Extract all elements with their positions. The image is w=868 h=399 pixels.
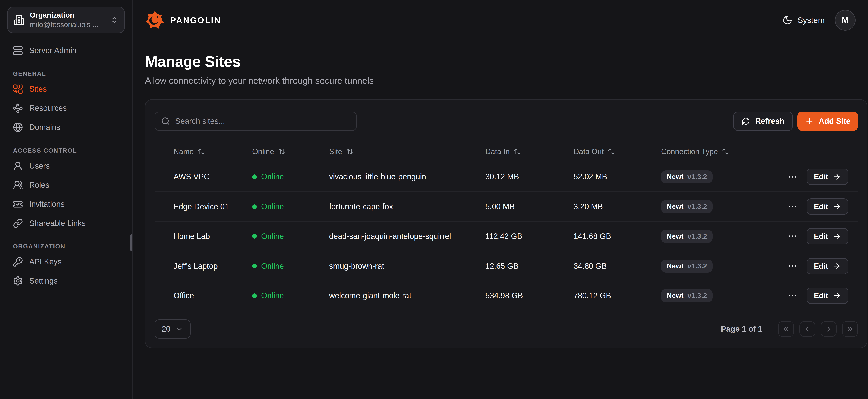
sites-card: Refresh Add Site Name <box>145 99 867 348</box>
arrow-right-icon <box>833 232 841 241</box>
sidebar-section: ORGANIZATION API Keys <box>7 243 125 290</box>
add-site-button[interactable]: Add Site <box>797 112 858 131</box>
sidebar-item[interactable]: Users <box>7 156 125 176</box>
sidebar-item-label: Sites <box>29 85 47 94</box>
column-header[interactable]: Online <box>252 147 329 156</box>
connection-version: v1.3.2 <box>687 173 707 181</box>
globe-icon <box>13 122 23 132</box>
chevrons-up-down-icon <box>110 16 119 24</box>
site-data-in: 5.00 MB <box>485 202 574 211</box>
sort-icon <box>722 148 729 155</box>
site-data-in: 30.12 MB <box>485 172 574 181</box>
refresh-icon <box>742 117 750 126</box>
search-icon <box>161 117 170 126</box>
column-header[interactable]: Data In <box>485 147 574 156</box>
sidebar-scrollbar-thumb[interactable] <box>130 234 132 251</box>
sidebar-item-label: Server Admin <box>29 46 76 55</box>
edit-button[interactable]: Edit <box>807 287 848 304</box>
edit-button[interactable]: Edit <box>807 258 848 274</box>
theme-label: System <box>798 16 825 25</box>
sort-icon <box>514 148 521 155</box>
connection-version: v1.3.2 <box>687 232 707 241</box>
org-selector-value: milo@fossorial.io's ... <box>30 20 105 30</box>
sidebar-item[interactable]: API Keys <box>7 252 125 271</box>
org-selector[interactable]: Organization milo@fossorial.io's ... <box>7 7 125 33</box>
edit-button[interactable]: Edit <box>807 168 848 185</box>
site-connection-type: Newt v1.3.2 <box>661 230 773 243</box>
sidebar-item-label: Shareable Links <box>29 219 86 228</box>
site-data-out: 780.12 GB <box>574 291 661 300</box>
row-menu-button[interactable] <box>787 172 798 182</box>
connection-type-badge: Newt v1.3.2 <box>661 200 712 213</box>
site-name: Edge Device 01 <box>174 202 252 211</box>
table-row: AWS VPC Online vivacious-little-blue-pen… <box>155 162 858 191</box>
site-tunnel-name: smug-brown-rat <box>329 262 485 271</box>
edit-button[interactable]: Edit <box>807 198 848 215</box>
sidebar-section: GENERAL Sites Resou <box>7 70 125 137</box>
site-tunnel-name: dead-san-joaquin-antelope-squirrel <box>329 232 485 241</box>
site-name: AWS VPC <box>174 172 252 181</box>
sidebar-item-label: Users <box>29 161 50 171</box>
refresh-button[interactable]: Refresh <box>733 112 793 131</box>
online-dot-icon <box>252 204 257 209</box>
chevrons-right-icon <box>846 325 854 333</box>
row-menu-button[interactable] <box>787 202 798 212</box>
column-header[interactable]: Data Out <box>574 147 661 156</box>
column-header[interactable]: Connection Type <box>661 147 773 156</box>
row-menu-button[interactable] <box>787 231 798 241</box>
resources-icon <box>13 103 23 113</box>
ellipsis-icon <box>787 202 798 212</box>
site-status: Online <box>252 291 329 300</box>
table-row: Jeff's Laptop Online smug-brown-rat 12.6… <box>155 251 858 281</box>
last-page-button[interactable] <box>842 321 858 337</box>
sidebar-item[interactable]: Sites <box>7 80 125 99</box>
sidebar-item[interactable]: Resources <box>7 99 125 118</box>
sidebar-item[interactable]: Roles <box>7 176 125 195</box>
building-icon <box>13 14 25 26</box>
next-page-button[interactable] <box>821 321 837 337</box>
ellipsis-icon <box>787 261 798 271</box>
ellipsis-icon <box>787 231 798 241</box>
previous-page-button[interactable] <box>799 321 815 337</box>
sidebar-item[interactable]: Shareable Links <box>7 214 125 233</box>
sidebar-item[interactable]: Invitations <box>7 195 125 214</box>
sidebar-item-label: Resources <box>29 104 67 113</box>
row-menu-button[interactable] <box>787 290 798 301</box>
avatar[interactable]: M <box>835 10 856 31</box>
chevron-left-icon <box>803 325 812 333</box>
connection-version: v1.3.2 <box>687 291 707 300</box>
key-icon <box>13 257 23 267</box>
page-size-select[interactable]: 20 <box>155 319 191 339</box>
search-input[interactable] <box>175 117 350 126</box>
edit-button[interactable]: Edit <box>807 228 848 244</box>
site-status: Online <box>252 202 329 211</box>
sort-icon <box>278 148 285 155</box>
site-connection-type: Newt v1.3.2 <box>661 200 773 213</box>
sort-icon <box>198 148 205 155</box>
connection-type-badge: Newt v1.3.2 <box>661 170 712 183</box>
sort-icon <box>608 148 615 155</box>
online-dot-icon <box>252 294 257 298</box>
link-icon <box>13 218 23 228</box>
main: PANGOLIN System M Manage Sites Allow con… <box>133 0 868 399</box>
sidebar-item-server-admin[interactable]: Server Admin <box>7 41 125 60</box>
column-header[interactable]: Site <box>329 147 485 156</box>
moon-icon <box>782 15 793 25</box>
sidebar-section-label: GENERAL <box>13 70 125 77</box>
online-dot-icon <box>252 175 257 179</box>
sidebar-item[interactable]: Domains <box>7 118 125 137</box>
table-footer: 20 Page 1 of 1 <box>155 319 858 339</box>
app: Organization milo@fossorial.io's ... Ser… <box>0 0 868 399</box>
row-menu-button[interactable] <box>787 261 798 271</box>
users-icon <box>13 180 23 190</box>
sidebar-item-label: Domains <box>29 123 60 132</box>
sidebar-item-label: Roles <box>29 181 49 190</box>
first-page-button[interactable] <box>778 321 794 337</box>
sites-icon <box>13 84 23 94</box>
column-header[interactable]: Name <box>174 147 252 156</box>
sidebar-item[interactable]: Settings <box>7 271 125 290</box>
theme-toggle-button[interactable]: System <box>782 15 825 25</box>
sites-table: Name Online Site <box>155 141 858 310</box>
sidebar-item-label: Invitations <box>29 200 65 209</box>
brand: PANGOLIN <box>145 10 221 30</box>
